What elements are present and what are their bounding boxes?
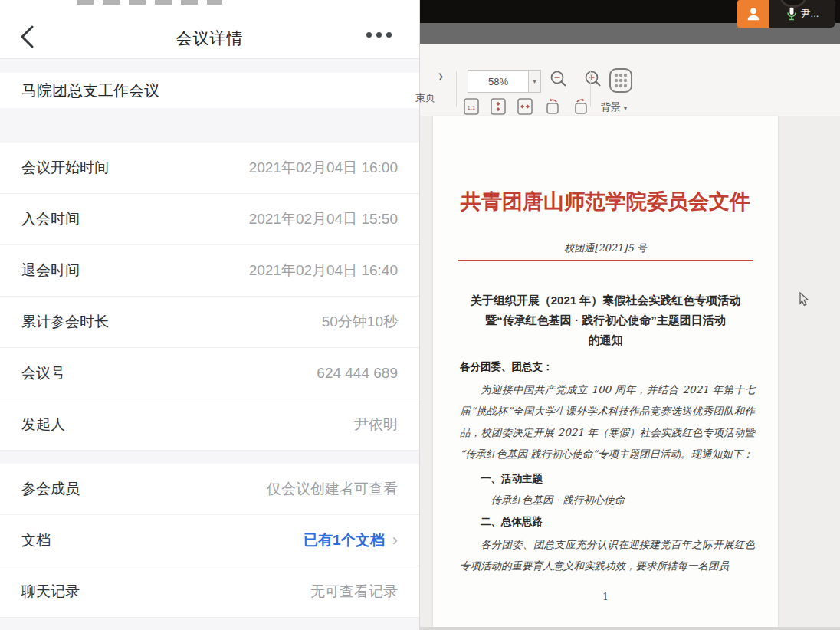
pdf-toolbar: › 束页 58% ▾ 1:1 <box>420 44 840 116</box>
document-salutation: 各分团委、团总支： <box>460 360 755 374</box>
row-value: 2021年02月04日 16:40 <box>249 261 398 281</box>
zoom-in-icon[interactable] <box>583 69 603 89</box>
row-label: 退会时间 <box>21 261 80 281</box>
section-heading: 一、活动主题 <box>460 472 755 486</box>
end-page-label[interactable]: 束页 <box>415 91 435 105</box>
page-title: 会议详情 <box>0 28 419 49</box>
background-pattern-icon[interactable] <box>607 67 635 94</box>
row-documents[interactable]: 文档 已有1个文档 › <box>0 515 419 566</box>
row-host: 发起人 尹依明 <box>0 399 419 451</box>
zoom-dropdown-icon[interactable]: ▾ <box>529 70 541 93</box>
document-title: 关于组织开展（2021 年）寒假社会实践红色专项活动 暨“传承红色基因 · 践行… <box>448 290 763 350</box>
fit-page-icon[interactable] <box>490 97 507 116</box>
row-total-duration: 累计参会时长 50分钟10秒 <box>0 297 419 348</box>
row-label: 参会成员 <box>21 479 80 499</box>
microphone-icon <box>786 6 797 21</box>
participant-tiles: 尹... <box>737 0 835 28</box>
self-video-tile[interactable]: 尹... <box>769 0 835 28</box>
rotate-right-icon[interactable] <box>572 97 590 116</box>
mouse-cursor <box>797 291 811 308</box>
screenshot-root: 会议详情 马院团总支工作会议 会议开始时间 2021年02月04日 16:00 … <box>0 0 840 630</box>
fit-width-icon[interactable] <box>517 97 533 116</box>
document-title-line: 暨“传承红色基因 · 践行初心使命”主题团日活动 <box>448 310 763 330</box>
row-meeting-id: 会议号 624 444 689 <box>0 348 419 399</box>
row-value: 50分钟10秒 <box>322 312 398 332</box>
row-participants: 参会成员 仅会议创建者可查看 <box>0 464 419 515</box>
row-label: 文档 <box>21 530 51 550</box>
participant-name: 尹... <box>801 7 819 21</box>
section-gap <box>0 618 419 630</box>
svg-text:1:1: 1:1 <box>467 104 476 111</box>
section-gap <box>0 451 419 464</box>
meeting-details-panel: 会议详情 马院团总支工作会议 会议开始时间 2021年02月04日 16:00 … <box>0 0 420 630</box>
document-viewport[interactable]: 共青团唐山师范学院委员会文件 校团通[2021]5 号 关于组织开展（2021 … <box>420 116 840 627</box>
toolbar-divider <box>456 71 457 107</box>
pdf-page: 共青团唐山师范学院委员会文件 校团通[2021]5 号 关于组织开展（2021 … <box>433 116 778 627</box>
more-menu-icon[interactable] <box>366 32 392 38</box>
section-gap <box>0 108 419 143</box>
background-button[interactable]: 背景 ▾ <box>601 100 627 114</box>
document-body: 各分团委、团总支： 为迎接中国共产党成立 100 周年，并结合 2021 年第十… <box>460 360 755 576</box>
header-divider <box>458 260 753 261</box>
row-leave-time: 退会时间 2021年02月04日 16:40 <box>0 245 419 297</box>
row-value: 仅会议创建者可查看 <box>267 479 398 499</box>
row-label: 发起人 <box>21 415 65 435</box>
chevron-right-icon: › <box>392 532 398 549</box>
row-value: 2021年02月04日 15:50 <box>249 209 398 229</box>
shared-screen-panel: 尹... › 束页 58% ▾ 1:1 <box>420 0 840 630</box>
row-value: 2021年02月04日 16:00 <box>249 158 398 178</box>
row-chat-history: 聊天记录 无可查看记录 <box>0 566 419 618</box>
row-label: 聊天记录 <box>21 582 80 602</box>
details-header: 会议详情 <box>0 0 419 59</box>
page-view-icons: 1:1 <box>463 97 590 116</box>
row-label: 会议开始时间 <box>21 158 109 178</box>
background-button-label: 背景 <box>601 101 621 113</box>
page-number: 1 <box>433 592 778 602</box>
caret-down-icon: ▾ <box>624 104 628 112</box>
row-value: 无可查看记录 <box>310 582 398 602</box>
documents-link[interactable]: 已有1个文档 <box>304 530 385 550</box>
row-value: 尹依明 <box>354 415 398 435</box>
row-label: 累计参会时长 <box>21 312 109 332</box>
zoom-out-icon[interactable] <box>549 69 569 89</box>
rotate-left-icon[interactable] <box>543 97 562 116</box>
document-paragraph: 为迎接中国共产党成立 100 周年，并结合 2021 年第十七届“挑战杯”全国大… <box>460 379 755 464</box>
document-paragraph: 各分团委、团总支应充分认识在迎接建党百年之际开展红色专项活动的重要育人意义和实践… <box>460 533 755 576</box>
row-meeting-start-time: 会议开始时间 2021年02月04日 16:00 <box>0 143 419 194</box>
participant-avatar-tile[interactable] <box>737 0 769 28</box>
actual-size-icon[interactable]: 1:1 <box>463 97 480 116</box>
toolbar-divider <box>590 71 591 107</box>
section-body: 传承红色基因 · 践行初心使命 <box>460 494 755 507</box>
row-value: 624 444 689 <box>317 365 398 382</box>
document-number: 校团通[2021]5 号 <box>433 241 778 255</box>
document-title-line: 的通知 <box>448 330 763 350</box>
row-join-time: 入会时间 2021年02月04日 15:50 <box>0 194 419 245</box>
section-gap <box>0 59 419 73</box>
meeting-title: 马院团总支工作会议 <box>0 73 419 108</box>
window-bottom-edge <box>420 627 840 630</box>
row-label: 入会时间 <box>21 209 80 229</box>
section-heading: 二、总体思路 <box>460 515 755 529</box>
document-org-header: 共青团唐山师范学院委员会文件 <box>433 188 778 215</box>
zoom-level-input[interactable]: 58% <box>468 70 529 93</box>
expand-chevron-icon[interactable]: › <box>438 66 443 87</box>
row-label: 会议号 <box>21 363 65 383</box>
document-title-line: 关于组织开展（2021 年）寒假社会实践红色专项活动 <box>448 290 763 310</box>
person-icon <box>745 5 762 22</box>
